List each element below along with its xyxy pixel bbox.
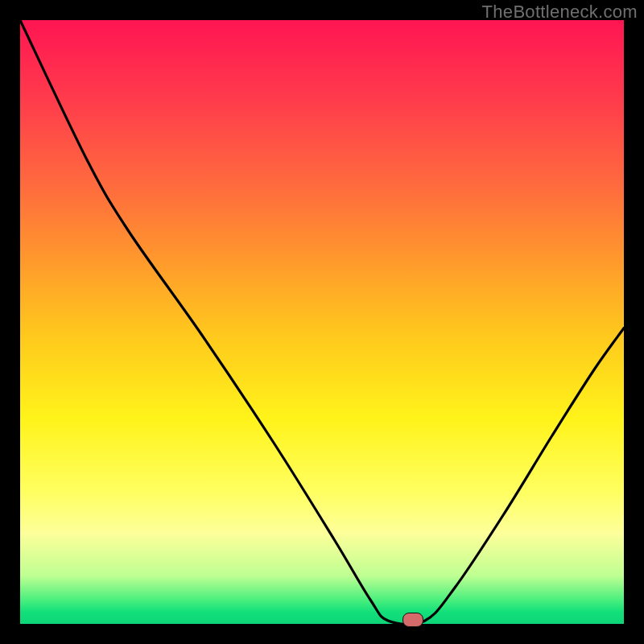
optimal-marker [402, 613, 423, 627]
bottleneck-curve [20, 20, 624, 624]
plot-area [20, 20, 624, 624]
watermark-text: TheBottleneck.com [482, 2, 638, 23]
chart-frame: TheBottleneck.com [0, 0, 644, 644]
